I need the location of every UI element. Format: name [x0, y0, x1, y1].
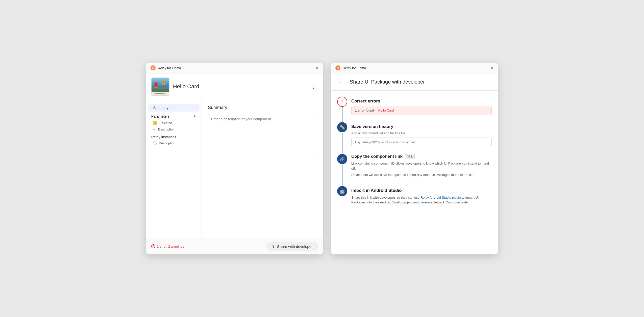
sidebar-item-selected[interactable]: ! Selected [146, 120, 202, 126]
android-studio-desc: Share this link with developers so they … [351, 195, 492, 205]
sidebar-item-description-param[interactable]: ⚯ Description [146, 126, 202, 133]
component-header: Hello World Hello Card ⋮ [146, 73, 323, 100]
relay-instances-section: Relay instances [146, 133, 202, 140]
step-icon-col-4: 🤖 [337, 186, 347, 214]
connector-2 [342, 133, 342, 153]
step-android-studio: 🤖 Import in Android Studio Share this li… [337, 186, 492, 214]
share-with-developer-button[interactable]: ⇪ Share with developer [266, 242, 318, 251]
svg-rect-6 [155, 87, 157, 88]
svg-point-5 [155, 82, 157, 87]
diamond-icon [153, 141, 157, 145]
relay-instances-label: Relay instances [151, 135, 176, 139]
share-icon: ⇪ [272, 244, 275, 249]
step-icon-col-2: ✏️ [337, 122, 347, 154]
thumb-label: Hello World [152, 92, 169, 95]
step-correct-errors: ! Correct errors 1 error found in Hello … [337, 97, 492, 122]
main-content: Summary [202, 100, 323, 238]
sidebar-item-summary[interactable]: Summary [148, 104, 200, 112]
relay-plugin-link[interactable]: Relay Android Studio plugin [420, 196, 461, 199]
share-btn-label: Share with developer [277, 244, 313, 249]
svg-text:R: R [152, 66, 154, 69]
steps-body: ! Correct errors 1 error found in Hello … [331, 91, 498, 254]
copy-link-title: Copy the component link [351, 154, 403, 159]
relay-description-label: Description [159, 141, 175, 145]
warning-icon: ! [153, 121, 157, 125]
copy-link-step-icon: 🔗 [337, 154, 347, 164]
step-content-3: Copy the component link ⌘ L Link contain… [351, 154, 492, 186]
description-textarea[interactable] [208, 114, 317, 154]
step-copy-link: 🔗 Copy the component link ⌘ L Link conta… [337, 154, 492, 186]
step-content-1: Correct errors 1 error found in Hello Ca… [351, 97, 492, 122]
left-close-button[interactable]: ✕ [315, 66, 319, 70]
component-title: Hello Card [173, 83, 305, 90]
relay-logo-icon-right: R [335, 65, 341, 71]
right-panel-title: Share UI Package with developer [350, 79, 425, 85]
copy-link-desc2: Developers will still have the option to… [351, 172, 492, 177]
connector-3 [342, 165, 342, 186]
right-title-bar: R Relay for Figma ✕ [331, 63, 498, 73]
bottom-bar: ! 1 error, 2 warnings ⇪ Share with devel… [146, 238, 323, 254]
main-section-title: Summary [208, 105, 317, 110]
hello-card-link[interactable]: Hello Card [378, 109, 394, 112]
step-content-4: Import in Android Studio Share this link… [351, 186, 492, 214]
right-close-button[interactable]: ✕ [490, 66, 494, 70]
correct-errors-title: Correct errors [351, 97, 492, 104]
connector-1 [342, 107, 342, 122]
sidebar-item-description-relay[interactable]: Description [146, 140, 202, 146]
description-param-label: Description [158, 127, 175, 131]
component-thumbnail: Hello World [151, 77, 169, 96]
copy-link-row: Copy the component link ⌘ L [351, 154, 492, 159]
left-panel: R Relay for Figma ✕ [146, 63, 323, 254]
svg-text:R: R [337, 66, 339, 69]
error-box: 1 error found in Hello Card [351, 106, 492, 115]
step-icon-col-1: ! [337, 97, 347, 122]
panel-body: Summary Parameters + ! Selected ⚯ Descri… [146, 100, 323, 238]
relay-logo-icon: R [150, 65, 156, 71]
step-content-2: Save version history Add a new named ver… [351, 122, 492, 154]
sidebar: Summary Parameters + ! Selected ⚯ Descri… [146, 100, 202, 238]
right-app-name: Relay for Figma [343, 66, 488, 70]
copy-link-shortcut: ⌘ L [405, 154, 415, 159]
save-version-title: Save version history [351, 122, 492, 129]
selected-label: Selected [159, 121, 172, 125]
back-button[interactable]: ← [337, 78, 346, 86]
save-version-subtitle: Add a new named version for this file [351, 131, 492, 135]
parameters-label: Parameters [151, 114, 169, 118]
error-step-icon: ! [337, 97, 347, 107]
add-parameter-button[interactable]: + [193, 114, 196, 119]
svg-rect-3 [152, 89, 169, 92]
step-icon-col-3: 🔗 [337, 154, 347, 186]
save-step-icon: ✏️ [337, 122, 347, 132]
left-title-bar: R Relay for Figma ✕ [146, 63, 323, 73]
right-panel-header: ← Share UI Package with developer [331, 73, 498, 91]
copy-link-desc1: Link containing component ID allows deve… [351, 161, 492, 171]
parameters-section: Parameters + [146, 112, 202, 120]
error-badge: ! 1 error, 2 warnings [151, 244, 184, 248]
android-studio-title: Import in Android Studio [351, 186, 492, 193]
left-app-name: Relay for Figma [158, 66, 313, 70]
link-icon: ⚯ [153, 127, 156, 131]
thumbnail-illustration [152, 78, 169, 92]
component-menu-button[interactable]: ⋮ [309, 83, 318, 91]
right-panel: R Relay for Figma ✕ ← Share UI Package w… [331, 63, 498, 254]
error-circle-icon: ! [151, 244, 155, 248]
svg-point-10 [163, 81, 164, 86]
error-text: 1 error, 2 warnings [157, 245, 184, 248]
version-input[interactable] [351, 138, 492, 147]
steps-container: ! Correct errors 1 error found in Hello … [337, 97, 492, 214]
android-step-icon: 🤖 [337, 186, 347, 196]
step-save-version: ✏️ Save version history Add a new named … [337, 122, 492, 154]
svg-rect-11 [163, 85, 164, 86]
